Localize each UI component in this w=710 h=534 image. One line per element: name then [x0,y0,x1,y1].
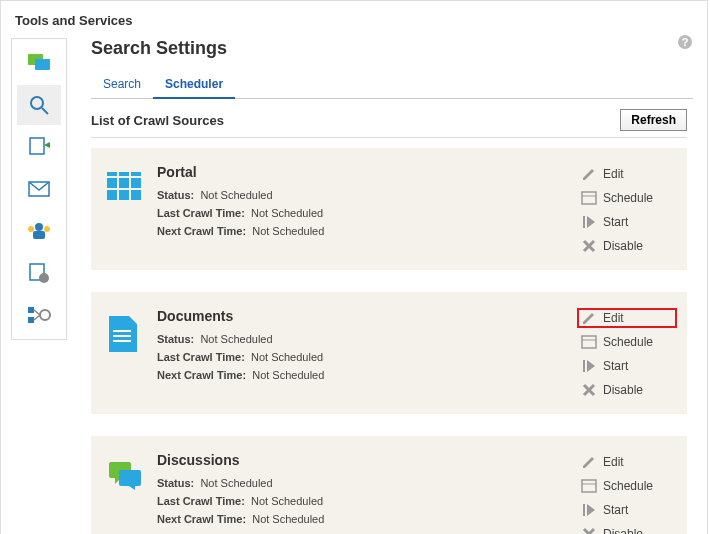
svg-point-6 [35,223,43,231]
sidebar-item-mail[interactable] [17,169,61,209]
schedule-action[interactable]: Schedule [577,332,677,352]
svg-rect-17 [107,172,117,176]
status-label: Status: [157,477,194,489]
action-label: Schedule [603,335,653,349]
svg-rect-25 [131,190,141,200]
next-label: Next Crawl Time: [157,225,246,237]
svg-rect-24 [119,190,129,200]
status-label: Status: [157,189,194,201]
calendar-icon [581,334,597,350]
disable-action[interactable]: Disable [577,524,677,534]
disable-action[interactable]: Disable [577,236,677,256]
svg-rect-29 [113,330,131,332]
next-label: Next Crawl Time: [157,513,246,525]
svg-rect-26 [582,192,596,204]
action-label: Edit [603,311,624,325]
help-icon[interactable]: ? [677,34,693,50]
last-value: Not Scheduled [251,207,323,219]
start-action[interactable]: Start [577,356,677,376]
svg-rect-22 [131,178,141,188]
portal-icon [107,164,157,256]
play-icon [581,358,597,374]
x-icon [581,526,597,534]
play-icon [581,502,597,518]
start-action[interactable]: Start [577,212,677,232]
svg-text:?: ? [682,36,689,48]
next-value: Not Scheduled [252,513,324,525]
svg-rect-21 [119,178,129,188]
list-header: List of Crawl Sources [91,113,224,128]
discussions-source-icon [107,452,157,534]
last-value: Not Scheduled [251,495,323,507]
sidebar-item-page-config[interactable] [17,253,61,293]
svg-rect-12 [28,307,34,313]
action-label: Schedule [603,479,653,493]
page-config-icon [28,262,50,284]
svg-line-3 [42,108,48,114]
action-label: Schedule [603,191,653,205]
tab-scheduler[interactable]: Scheduler [153,71,235,99]
pencil-icon [581,310,597,326]
schedule-action[interactable]: Schedule [577,476,677,496]
workflow-icon [27,305,51,325]
action-label: Edit [603,167,624,181]
schedule-action[interactable]: Schedule [577,188,677,208]
svg-rect-7 [33,231,45,239]
action-label: Disable [603,383,643,397]
start-action[interactable]: Start [577,500,677,520]
pencil-icon [581,166,597,182]
edit-action[interactable]: Edit [577,164,677,184]
discussions-icon [27,53,51,73]
svg-rect-30 [113,335,131,337]
tabs: Search Scheduler [91,71,693,99]
last-label: Last Crawl Time: [157,207,245,219]
search-icon [28,94,50,116]
action-label: Disable [603,527,643,534]
action-label: Disable [603,239,643,253]
last-value: Not Scheduled [251,351,323,363]
sidebar-item-search[interactable] [17,85,61,125]
crawl-source-card: Portal Status: Not Scheduled Last Crawl … [91,148,687,270]
mail-icon [28,181,50,197]
crawl-source-card: Documents Status: Not Scheduled Last Cra… [91,292,687,414]
svg-rect-32 [582,336,596,348]
status-value: Not Scheduled [200,333,272,345]
refresh-button[interactable]: Refresh [620,109,687,131]
source-title: Documents [157,308,577,324]
calendar-icon [581,478,597,494]
calendar-icon [581,190,597,206]
action-label: Start [603,215,628,229]
svg-point-14 [40,310,50,320]
disable-action[interactable]: Disable [577,380,677,400]
svg-point-11 [39,273,49,283]
export-icon [28,136,50,158]
page-header: Tools and Services [1,9,707,38]
svg-rect-37 [582,480,596,492]
svg-point-2 [31,97,43,109]
page-title: Search Settings [91,38,693,59]
svg-rect-20 [107,178,117,188]
sidebar-item-discussions[interactable] [17,43,61,83]
action-label: Edit [603,455,624,469]
pencil-icon [581,454,597,470]
svg-rect-23 [107,190,117,200]
svg-rect-36 [119,470,141,486]
x-icon [581,382,597,398]
next-value: Not Scheduled [252,225,324,237]
edit-action[interactable]: Edit [577,308,677,328]
edit-action[interactable]: Edit [577,452,677,472]
svg-rect-19 [131,172,141,176]
source-title: Discussions [157,452,577,468]
sidebar-item-workflow[interactable] [17,295,61,335]
status-value: Not Scheduled [200,189,272,201]
svg-rect-1 [35,59,50,70]
status-value: Not Scheduled [200,477,272,489]
document-icon [107,308,157,400]
svg-rect-13 [28,317,34,323]
next-label: Next Crawl Time: [157,369,246,381]
sidebar-item-people[interactable] [17,211,61,251]
sidebar-item-export[interactable] [17,127,61,167]
tab-search[interactable]: Search [91,71,153,99]
svg-rect-4 [30,138,44,154]
status-label: Status: [157,333,194,345]
